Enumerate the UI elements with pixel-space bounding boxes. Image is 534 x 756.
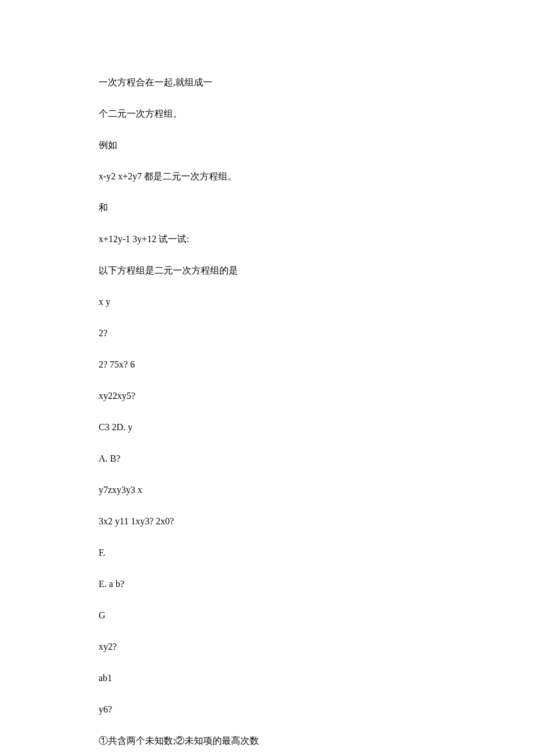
text-line: 2? 75x? 6 bbox=[99, 358, 435, 372]
text-line: F. bbox=[99, 546, 435, 560]
text-line: 以下方程组是二元一次方程组的是 bbox=[99, 264, 435, 278]
text-line: ①共含两个未知数;②未知项的最高次数 bbox=[99, 734, 435, 748]
text-line: G bbox=[99, 609, 435, 622]
text-line: C3 2D. y bbox=[99, 420, 435, 434]
document-page: 一次方程合在一起,就组成一 个二元一次方程组。 例如 x-y2 x+2y7 都是… bbox=[0, 0, 534, 756]
text-line: 3x2 y11 1xy3? 2x0? bbox=[99, 514, 435, 528]
text-line: 个二元一次方程组。 bbox=[99, 107, 435, 121]
text-line: ab1 bbox=[99, 671, 435, 685]
text-line: x y bbox=[99, 295, 435, 309]
text-line: x+12y-1 3y+12 试一试: bbox=[99, 232, 435, 246]
text-line: 和 bbox=[99, 201, 435, 215]
text-line: A. B? bbox=[99, 452, 435, 466]
text-line: y7zxy3y3 x bbox=[99, 483, 435, 497]
text-line: y6? bbox=[99, 703, 435, 717]
text-line: E. a b? bbox=[99, 577, 435, 591]
text-line: 一次方程合在一起,就组成一 bbox=[99, 75, 435, 89]
text-line: 2? bbox=[99, 326, 435, 340]
text-line: x-y2 x+2y7 都是二元一次方程组。 bbox=[99, 170, 435, 183]
text-line: xy22xy5? bbox=[99, 389, 435, 403]
text-line: 例如 bbox=[99, 138, 435, 152]
text-line: xy2? bbox=[99, 640, 435, 654]
